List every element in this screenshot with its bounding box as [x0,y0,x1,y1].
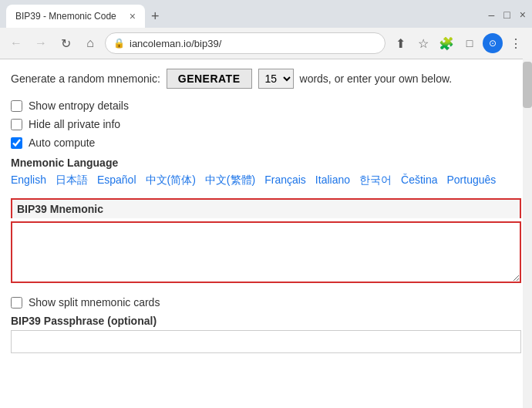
words-count-select[interactable]: 3 6 9 12 15 18 21 24 [258,69,294,89]
passphrase-input[interactable] [11,330,521,353]
auto-compute-label[interactable]: Auto compute [29,137,95,149]
reload-button[interactable]: ↻ [56,33,76,53]
bip39-mnemonic-textarea[interactable] [11,221,521,283]
generate-label: Generate a random mnemonic: [11,72,160,85]
address-text: iancoleman.io/bip39/ [130,38,377,49]
hide-private-checkbox[interactable] [11,119,22,130]
lang-czech[interactable]: Čeština [401,174,437,187]
passphrase-label: BIP39 Passphrase (optional) [11,315,521,327]
extensions-button[interactable]: 🧩 [436,33,456,53]
split-mnemonic-checkbox-row: Show split mnemonic cards [11,296,521,309]
lang-portuguese[interactable]: Português [446,174,496,187]
lang-italian[interactable]: Italiano [315,174,350,187]
show-split-label[interactable]: Show split mnemonic cards [29,296,160,309]
lock-icon: 🔒 [113,38,125,49]
language-links: English 日本語 Español 中文(简体) 中文(繁體) França… [11,174,521,187]
forward-button[interactable]: → [31,33,51,53]
back-button[interactable]: ← [6,33,26,53]
lang-korean[interactable]: 한국어 [359,174,392,187]
scrollbar-thumb[interactable] [523,62,532,108]
entropy-checkbox[interactable] [11,100,22,112]
home-button[interactable]: ⌂ [80,33,100,53]
profile-button[interactable]: □ [460,33,480,53]
bip39-mnemonic-section: BIP39 Mnemonic [11,198,521,285]
profile-avatar[interactable]: ⊙ [483,33,503,53]
tab-title: BIP39 - Mnemonic Code [15,11,123,22]
lang-chinese-simplified[interactable]: 中文(简体) [146,174,196,187]
lang-spanish[interactable]: Español [97,174,136,187]
auto-compute-checkbox-row: Auto compute [11,137,521,149]
page-content: Generate a random mnemonic: GENERATE 3 6… [0,59,532,408]
entropy-label[interactable]: Show entropy details [29,99,129,112]
lang-english[interactable]: English [11,174,46,187]
mnemonic-language-heading: Mnemonic Language [11,157,521,169]
auto-compute-checkbox[interactable] [11,137,22,149]
new-tab-button[interactable]: + [151,9,160,23]
menu-button[interactable]: ⋮ [506,33,526,53]
passphrase-section: BIP39 Passphrase (optional) [11,315,521,353]
share-button[interactable]: ⬆ [390,33,410,53]
bip39-mnemonic-label: BIP39 Mnemonic [11,198,521,218]
scrollbar-track[interactable] [523,59,532,408]
browser-tab[interactable]: BIP39 - Mnemonic Code × [6,5,145,28]
address-bar[interactable]: 🔒 iancoleman.io/bip39/ [105,32,386,54]
lang-chinese-traditional[interactable]: 中文(繁體) [205,174,255,187]
lang-french[interactable]: Français [264,174,306,187]
lang-japanese[interactable]: 日本語 [56,174,88,187]
entropy-checkbox-row: Show entropy details [11,99,521,112]
generate-suffix: words, or enter your own below. [300,72,453,85]
close-window-button[interactable]: × [520,8,526,21]
minimize-button[interactable]: – [489,8,495,21]
generate-row: Generate a random mnemonic: GENERATE 3 6… [11,69,521,89]
bookmarks-button[interactable]: ☆ [413,33,433,53]
show-split-checkbox[interactable] [11,297,22,309]
maximize-button[interactable]: □ [503,8,510,21]
hide-private-label[interactable]: Hide all private info [29,118,120,130]
tab-close-button[interactable]: × [130,11,136,22]
hide-private-checkbox-row: Hide all private info [11,118,521,130]
generate-button[interactable]: GENERATE [167,69,252,89]
